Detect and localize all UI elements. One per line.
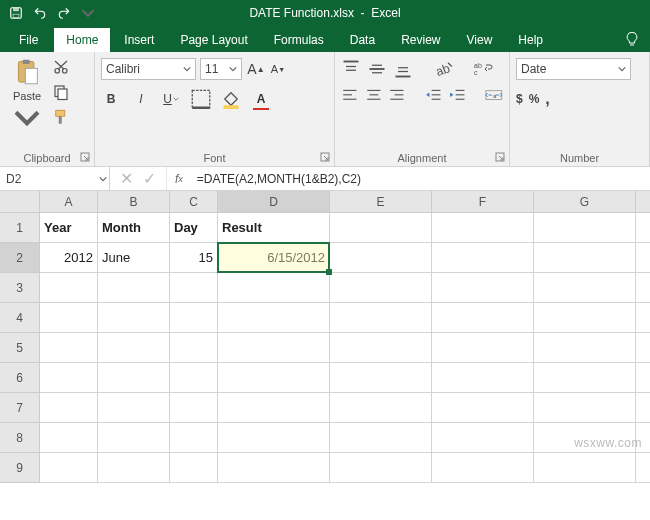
spreadsheet-grid[interactable]: A B C D E F G 1 2 3 4 5 6 7 8 9 Year Mon…	[0, 191, 650, 519]
cell[interactable]	[432, 213, 534, 243]
row-header[interactable]: 5	[0, 333, 40, 363]
cell[interactable]	[432, 423, 534, 453]
cell[interactable]	[636, 333, 650, 363]
row-header[interactable]: 8	[0, 423, 40, 453]
cell[interactable]	[98, 423, 170, 453]
select-all-corner[interactable]	[0, 191, 40, 213]
cell[interactable]: 6/15/2012	[218, 243, 330, 273]
comma-format-icon[interactable]: ,	[545, 90, 549, 108]
cell[interactable]	[98, 333, 170, 363]
cell[interactable]	[40, 453, 98, 483]
cell[interactable]	[432, 273, 534, 303]
tab-page-layout[interactable]: Page Layout	[168, 28, 259, 52]
row-header[interactable]: 6	[0, 363, 40, 393]
cell[interactable]	[534, 333, 636, 363]
increase-font-icon[interactable]: A▲	[246, 59, 266, 79]
copy-icon[interactable]	[52, 83, 70, 104]
align-center-icon[interactable]	[365, 85, 383, 105]
merge-center-icon[interactable]: a	[485, 85, 503, 105]
tab-view[interactable]: View	[455, 28, 505, 52]
cell[interactable]	[432, 453, 534, 483]
col-header[interactable]: C	[170, 191, 218, 213]
tab-help[interactable]: Help	[506, 28, 555, 52]
cell[interactable]	[218, 393, 330, 423]
col-header[interactable]: F	[432, 191, 534, 213]
tab-insert[interactable]: Insert	[112, 28, 166, 52]
cell[interactable]	[636, 423, 650, 453]
cell[interactable]	[218, 363, 330, 393]
font-size-select[interactable]: 11	[200, 58, 242, 80]
cell[interactable]	[432, 243, 534, 273]
cell[interactable]	[330, 243, 432, 273]
tab-home[interactable]: Home	[54, 28, 110, 52]
cell[interactable]: Month	[98, 213, 170, 243]
align-right-icon[interactable]	[388, 85, 406, 105]
fx-icon[interactable]: fx	[167, 167, 191, 190]
wrap-text-icon[interactable]: abc	[473, 59, 493, 79]
cell[interactable]	[98, 453, 170, 483]
cell[interactable]: June	[98, 243, 170, 273]
cell[interactable]	[40, 363, 98, 393]
cell[interactable]: 15	[170, 243, 218, 273]
cell[interactable]	[534, 213, 636, 243]
cell[interactable]	[636, 453, 650, 483]
tab-data[interactable]: Data	[338, 28, 387, 52]
number-format-select[interactable]: Date	[516, 58, 631, 80]
row-header[interactable]: 9	[0, 453, 40, 483]
cell[interactable]	[40, 273, 98, 303]
cell[interactable]	[218, 423, 330, 453]
underline-button[interactable]: U	[161, 89, 181, 109]
cell[interactable]	[170, 363, 218, 393]
cell[interactable]: 2012	[40, 243, 98, 273]
decrease-indent-icon[interactable]	[425, 85, 443, 105]
cell[interactable]	[636, 213, 650, 243]
cell[interactable]	[330, 453, 432, 483]
tab-file[interactable]: File	[5, 28, 52, 52]
increase-indent-icon[interactable]	[449, 85, 467, 105]
tab-formulas[interactable]: Formulas	[262, 28, 336, 52]
fill-color-icon[interactable]	[221, 89, 241, 109]
cell[interactable]	[432, 303, 534, 333]
col-header[interactable]: E	[330, 191, 432, 213]
cell[interactable]	[170, 423, 218, 453]
cell[interactable]	[218, 273, 330, 303]
font-name-select[interactable]: Calibri	[101, 58, 196, 80]
cell[interactable]	[636, 393, 650, 423]
row-header[interactable]: 2	[0, 243, 40, 273]
cell[interactable]	[218, 453, 330, 483]
cell[interactable]	[534, 363, 636, 393]
cell[interactable]	[330, 303, 432, 333]
cell[interactable]	[534, 243, 636, 273]
cell[interactable]	[330, 273, 432, 303]
name-box[interactable]: D2	[0, 167, 110, 190]
cell[interactable]: Result	[218, 213, 330, 243]
col-header[interactable]	[636, 191, 650, 213]
redo-icon[interactable]	[56, 5, 72, 21]
bold-button[interactable]: B	[101, 89, 121, 109]
tab-review[interactable]: Review	[389, 28, 452, 52]
cell[interactable]	[40, 393, 98, 423]
col-header[interactable]: G	[534, 191, 636, 213]
align-middle-icon[interactable]	[367, 59, 387, 79]
paste-button[interactable]: Paste	[6, 56, 48, 131]
row-header[interactable]: 1	[0, 213, 40, 243]
cut-icon[interactable]	[52, 58, 70, 79]
align-bottom-icon[interactable]	[393, 59, 413, 79]
cell[interactable]	[636, 273, 650, 303]
cell[interactable]	[98, 363, 170, 393]
cell[interactable]	[636, 243, 650, 273]
cell[interactable]	[330, 393, 432, 423]
cell[interactable]	[170, 303, 218, 333]
col-header[interactable]: D	[218, 191, 330, 213]
cancel-formula-icon[interactable]: ✕	[120, 169, 133, 188]
col-header[interactable]: A	[40, 191, 98, 213]
format-painter-icon[interactable]	[52, 108, 70, 129]
cell[interactable]	[40, 303, 98, 333]
cell[interactable]	[432, 393, 534, 423]
row-header[interactable]: 7	[0, 393, 40, 423]
cell[interactable]	[432, 363, 534, 393]
cell[interactable]	[432, 333, 534, 363]
orientation-icon[interactable]: ab	[433, 59, 453, 79]
cell[interactable]	[636, 363, 650, 393]
accounting-format-icon[interactable]: $	[516, 92, 523, 106]
